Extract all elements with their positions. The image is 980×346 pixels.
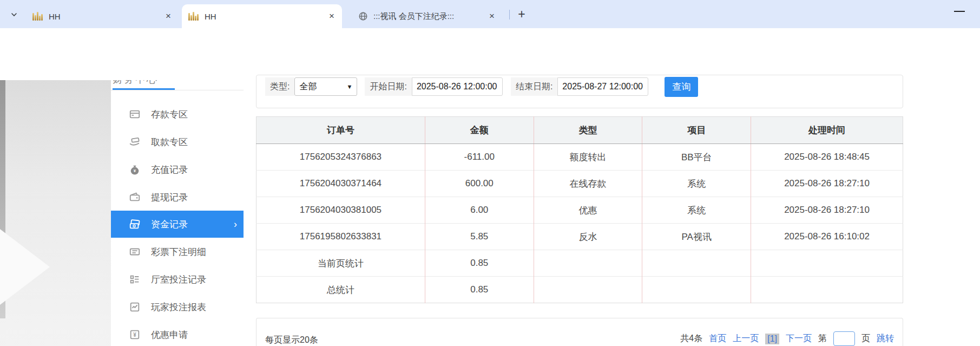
sidebar-item-lottery-bet-details[interactable]: 彩票下注明细 bbox=[111, 238, 244, 265]
svg-text:¥: ¥ bbox=[134, 168, 136, 173]
type-filter-label: 类型: bbox=[265, 77, 294, 96]
cell-process-time: 2025-08-26 18:27:10 bbox=[751, 197, 903, 224]
cell-order-no: 1756195802633831 bbox=[256, 224, 425, 250]
cell-amount: 0.85 bbox=[425, 250, 534, 277]
table-row: 1756195802633831 5.85 反水 PA视讯 2025-08-26… bbox=[256, 224, 903, 250]
cell-amount: 0.85 bbox=[425, 277, 534, 303]
table-summary-row-current-page: 当前页统计 0.85 bbox=[256, 250, 903, 277]
chevron-right-icon: › bbox=[234, 219, 237, 230]
cell-type: 优惠 bbox=[534, 197, 642, 224]
first-page-link[interactable]: 首页 bbox=[709, 333, 726, 344]
cell-project: 系统 bbox=[642, 171, 751, 197]
sidebar-item-recharge-records[interactable]: ¥ 充值记录 bbox=[111, 156, 244, 183]
list-card-icon bbox=[128, 246, 141, 258]
cell-order-no: 1756204030381005 bbox=[256, 197, 425, 224]
close-icon[interactable]: × bbox=[163, 11, 173, 21]
wallet-icon bbox=[128, 191, 141, 203]
sidebar-item-player-bet-report[interactable]: 玩家投注报表 bbox=[111, 293, 244, 321]
next-page-link[interactable]: 下一页 bbox=[786, 333, 812, 344]
cell-type: 反水 bbox=[534, 224, 642, 250]
cell-summary-label: 总统计 bbox=[256, 277, 425, 303]
sidebar-item-label: 存款专区 bbox=[151, 108, 188, 121]
sidebar-item-label: 资金记录 bbox=[151, 218, 188, 231]
sidebar-item-label: 优惠申请 bbox=[151, 329, 188, 341]
globe-icon bbox=[358, 11, 368, 21]
page-size-text: 每页显示20条 bbox=[265, 335, 318, 346]
browser-tab-strip: HH × HH × :::视讯 会员下注纪录::: × + bbox=[0, 0, 980, 28]
current-page-badge: [1] bbox=[765, 334, 779, 344]
detail-list-icon bbox=[128, 273, 141, 285]
browser-tab-1[interactable]: HH × bbox=[26, 4, 179, 28]
start-date-label: 开始日期: bbox=[365, 77, 411, 96]
cell-amount: 6.00 bbox=[425, 197, 534, 224]
window-minimize-button[interactable] bbox=[954, 11, 965, 12]
tab-title: :::视讯 会员下注纪录::: bbox=[373, 11, 487, 22]
sidebar-item-label: 玩家投注报表 bbox=[151, 301, 206, 314]
browser-tab-2-active[interactable]: HH × bbox=[182, 4, 342, 28]
page-content: 财务中心 存款专区 取款专区 ¥ 充值记录 提现记录 bbox=[0, 80, 980, 346]
close-icon[interactable]: × bbox=[327, 11, 337, 21]
tab-title: HH bbox=[205, 12, 327, 21]
usercenter-sidebar: 财务中心 存款专区 取款专区 ¥ 充值记录 提现记录 bbox=[111, 80, 244, 346]
col-header-amount: 金额 bbox=[425, 117, 534, 144]
sidebar-item-funds-records[interactable]: 资金记录 › bbox=[111, 211, 244, 238]
browser-toolbar: mgm1065.com/hhcp/usercenter.html?iniType… bbox=[0, 28, 980, 56]
tab-title: HH bbox=[49, 12, 163, 21]
sidebar-item-label: 取款专区 bbox=[151, 136, 188, 148]
svg-text:¥: ¥ bbox=[133, 332, 136, 338]
end-date-input[interactable] bbox=[557, 77, 648, 96]
withdraw-hand-icon bbox=[128, 136, 141, 148]
cell-process-time: 2025-08-26 18:27:10 bbox=[751, 171, 903, 197]
col-header-order-no: 订单号 bbox=[256, 117, 425, 144]
sidebar-item-promo-application[interactable]: ¥ 优惠申请 bbox=[111, 321, 244, 346]
sidebar-item-label: 彩票下注明细 bbox=[151, 246, 206, 258]
gold-bars-logo-icon bbox=[32, 12, 43, 21]
table-row: 1756204030371464 600.00 在线存款 系统 2025-08-… bbox=[256, 171, 903, 197]
table-row: 1756205324376863 -611.00 额度转出 BB平台 2025-… bbox=[256, 144, 903, 171]
money-bag-icon: ¥ bbox=[128, 164, 141, 175]
sidebar-item-withdrawal-records[interactable]: 提现记录 bbox=[111, 184, 244, 211]
table-summary-row-total: 总统计 0.85 bbox=[256, 277, 903, 303]
sidebar-item-label: 充值记录 bbox=[151, 164, 188, 176]
background-triangle-shape bbox=[0, 229, 50, 305]
cell-type: 额度转出 bbox=[534, 144, 642, 171]
cell-type: 在线存款 bbox=[534, 171, 642, 197]
deposit-card-icon bbox=[128, 108, 141, 120]
type-select[interactable]: 全部 ▼ bbox=[294, 77, 357, 96]
sidebar-item-deposit-zone[interactable]: 存款专区 bbox=[111, 101, 244, 128]
col-header-type: 类型 bbox=[534, 117, 642, 144]
cell-project: BB平台 bbox=[642, 144, 751, 171]
cell-order-no: 1756205324376863 bbox=[256, 144, 425, 171]
jump-link[interactable]: 跳转 bbox=[877, 333, 894, 344]
sidebar-item-label: 厅室投注记录 bbox=[151, 273, 206, 286]
pagination-panel: 每页显示20条 共4条 首页 上一页 [1] 下一页 第 页 跳转 bbox=[256, 318, 903, 346]
query-button[interactable]: 查询 bbox=[665, 77, 698, 97]
page-background-watermark bbox=[0, 80, 111, 346]
prev-page-link[interactable]: 上一页 bbox=[733, 333, 759, 344]
cell-project: 系统 bbox=[642, 197, 751, 224]
close-icon[interactable]: × bbox=[487, 11, 497, 21]
browser-tab-3[interactable]: :::视讯 会员下注纪录::: × bbox=[352, 4, 502, 28]
promo-yuan-icon: ¥ bbox=[128, 329, 141, 341]
start-date-input[interactable] bbox=[412, 77, 503, 96]
tab-search-button[interactable] bbox=[4, 5, 24, 24]
chevron-down-icon bbox=[10, 10, 18, 19]
funds-records-table: 订单号 金额 类型 项目 处理时间 1756205324376863 -611.… bbox=[256, 116, 903, 303]
cell-project: PA视讯 bbox=[642, 224, 751, 250]
cell-amount: 5.85 bbox=[425, 224, 534, 250]
cell-amount: -611.00 bbox=[425, 144, 534, 171]
sidebar-item-withdraw-zone[interactable]: 取款专区 bbox=[111, 128, 244, 155]
sidebar-item-hall-bet-records[interactable]: 厅室投注记录 bbox=[111, 266, 244, 293]
main-content: 类型: 全部 ▼ 开始日期: 结束日期: 查询 订单号 金额 bbox=[256, 80, 903, 346]
new-tab-button[interactable]: + bbox=[513, 5, 530, 23]
chevron-down-icon: ▼ bbox=[347, 83, 353, 90]
end-date-label: 结束日期: bbox=[511, 77, 557, 96]
jump-page-input[interactable] bbox=[833, 331, 855, 346]
cell-process-time: 2025-08-26 18:48:45 bbox=[751, 144, 903, 171]
report-chart-icon bbox=[128, 301, 141, 313]
cell-amount: 600.00 bbox=[425, 171, 534, 197]
col-header-project: 项目 bbox=[642, 117, 751, 144]
divider bbox=[111, 90, 244, 90]
filter-panel: 类型: 全部 ▼ 开始日期: 结束日期: 查询 bbox=[256, 75, 903, 108]
sidebar-item-label: 提现记录 bbox=[151, 191, 188, 204]
